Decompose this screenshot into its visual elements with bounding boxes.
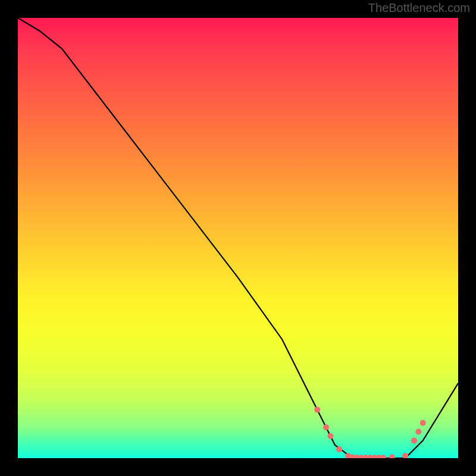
marker-point <box>327 433 333 439</box>
marker-point <box>314 407 320 413</box>
plot-area <box>18 18 458 458</box>
chart-svg <box>18 18 458 458</box>
marker-point <box>411 437 417 443</box>
marker-point <box>415 429 421 435</box>
highlight-markers <box>314 407 426 458</box>
marker-point <box>380 455 386 458</box>
marker-point <box>402 453 408 458</box>
attribution-label: TheBottleneck.com <box>368 1 470 15</box>
marker-point <box>323 424 329 430</box>
bottleneck-curve <box>18 18 458 458</box>
marker-point <box>420 420 426 426</box>
marker-point <box>389 455 395 459</box>
marker-point <box>336 446 342 452</box>
